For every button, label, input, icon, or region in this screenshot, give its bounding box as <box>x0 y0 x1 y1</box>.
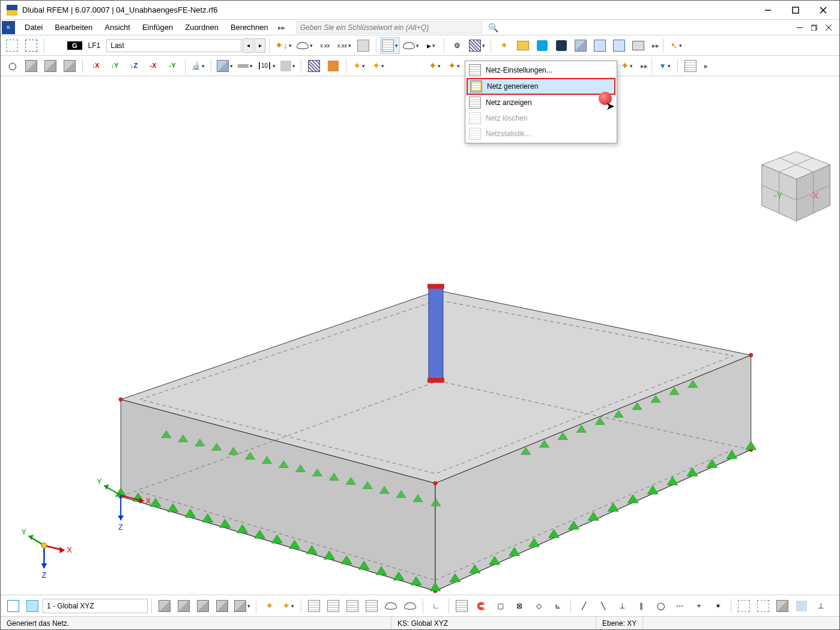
tb1-animation-button[interactable]: ▸ <box>422 37 440 54</box>
tb2-cube1[interactable] <box>22 58 40 74</box>
tb2-table[interactable] <box>681 58 699 74</box>
maximize-button[interactable] <box>782 1 809 19</box>
tb1-lc-prev[interactable] <box>48 37 66 54</box>
menu-insert[interactable]: Einfügen <box>136 22 179 33</box>
bb-guide3[interactable] <box>773 598 791 614</box>
loadcase-prev-button[interactable]: ◂ <box>243 38 253 53</box>
bb-line1[interactable]: ╱ <box>575 598 593 614</box>
menu-overflow-icon[interactable]: ▸▸ <box>278 23 285 32</box>
bb-star2[interactable]: ✦ <box>279 598 297 614</box>
tb2-surface-dd[interactable] <box>236 58 255 74</box>
bb-b1[interactable] <box>156 598 174 614</box>
tb2-axis-z[interactable]: ↓Z <box>125 58 143 74</box>
child-close-button[interactable] <box>821 21 836 34</box>
bb-line5[interactable]: ◯ <box>651 598 669 614</box>
bb-grid4[interactable] <box>363 598 381 614</box>
tb1-print-button[interactable] <box>629 37 647 54</box>
tb1-values-button[interactable]: x.xx <box>316 37 334 54</box>
bb-guide4[interactable] <box>793 598 811 614</box>
tb2-zoom-dd[interactable]: 🔬 <box>189 58 207 74</box>
tb2-axis-nx[interactable]: -X <box>144 58 162 74</box>
bb-eye1[interactable] <box>382 598 400 614</box>
tb1-mesh-dd-button[interactable] <box>380 37 400 54</box>
tb2-color-dd[interactable] <box>279 58 297 74</box>
tb2-render-dd[interactable] <box>215 58 235 74</box>
bb-b5[interactable] <box>232 598 252 614</box>
child-minimize-button[interactable] <box>793 21 807 34</box>
tb2-sel1[interactable]: ✦ <box>426 58 444 74</box>
bb-b3[interactable] <box>194 598 212 614</box>
bb-snap4[interactable]: ⊠ <box>510 598 528 614</box>
menu-assign[interactable]: Zuordnen <box>179 22 225 33</box>
child-restore-button[interactable] <box>807 21 821 34</box>
tb2-overflow-icon[interactable]: ▸▸ <box>641 62 648 70</box>
bb-angle[interactable]: ∟ <box>427 598 445 614</box>
bb-snap3[interactable]: ▢ <box>491 598 509 614</box>
tb1-save-button[interactable] <box>591 37 609 54</box>
tb1-cloud2-button[interactable] <box>552 37 570 54</box>
bb-guide1[interactable] <box>735 598 753 614</box>
tb2-select-lasso[interactable]: ◯ <box>3 58 21 74</box>
bb-view-grid[interactable] <box>23 598 41 614</box>
tb2-filter[interactable]: ▼ <box>656 58 674 74</box>
bb-view-btn[interactable] <box>4 598 22 614</box>
tb1-values-dd-button[interactable]: x.xx <box>335 37 353 54</box>
bb-b4[interactable] <box>213 598 231 614</box>
menu-calc[interactable]: Berechnen <box>225 22 274 33</box>
bb-line2[interactable]: ╲ <box>594 598 612 614</box>
tb2-sel2[interactable]: ✦ <box>445 58 463 74</box>
tb2-number-dd[interactable]: ┃10┃ <box>256 58 277 74</box>
bb-snap1[interactable] <box>453 598 471 614</box>
tb1-select-arrow-button[interactable]: ↖ <box>667 37 685 54</box>
menu-edit[interactable]: Bearbeiten <box>49 22 98 33</box>
tb1-btn-2[interactable] <box>22 37 40 54</box>
loadcase-combo[interactable] <box>106 39 241 52</box>
bb-line4[interactable]: ∥ <box>632 598 650 614</box>
bb-grid2[interactable] <box>324 598 342 614</box>
tb2-new-line[interactable]: ✦ <box>369 58 387 74</box>
close-button[interactable] <box>809 1 837 19</box>
tb1-btn-1[interactable] <box>3 37 21 54</box>
bb-grid1[interactable] <box>305 598 323 614</box>
search-icon[interactable]: 🔍 <box>488 23 498 32</box>
menu-file[interactable]: Datei <box>19 22 49 33</box>
tb1-cloud1-button[interactable] <box>533 37 551 54</box>
tb1-manager-button[interactable] <box>467 37 487 54</box>
bb-b2[interactable] <box>175 598 193 614</box>
tb1-show-loads-button[interactable]: ✦↓ <box>273 37 294 54</box>
loadcase-next-button[interactable]: ▸ <box>255 38 265 53</box>
bb-snap5[interactable]: ◇ <box>530 598 548 614</box>
menu-app-icon[interactable]: ≡ <box>2 21 15 34</box>
menu-view[interactable]: Ansicht <box>98 22 136 33</box>
tb1-show-results-button[interactable] <box>295 37 315 54</box>
tb2-axis-ny[interactable]: -Y <box>163 58 181 74</box>
bb-grid3[interactable] <box>343 598 361 614</box>
search-input[interactable] <box>296 21 482 34</box>
menu-mesh-settings[interactable]: Netz-Einstellungen... <box>467 62 615 78</box>
navigation-cube[interactable]: -Y -X <box>762 152 830 221</box>
menu-mesh-generate[interactable]: Netz generieren <box>467 78 615 95</box>
bb-line8[interactable]: ✶ <box>709 598 727 614</box>
bb-snap2[interactable]: 🧲 <box>472 598 490 614</box>
bb-eye2[interactable] <box>401 598 419 614</box>
tb2-cube2[interactable] <box>41 58 59 74</box>
tb2-cube3[interactable] <box>61 58 79 74</box>
tb1-gear-button[interactable]: ⚙ <box>448 37 466 54</box>
bb-guide2[interactable] <box>754 598 772 614</box>
model-viewport[interactable]: X Y Z X Y Z <box>1 79 839 593</box>
bb-snap6[interactable]: ⊾ <box>549 598 567 614</box>
tb1-overflow-icon[interactable]: ▸▸ <box>652 41 659 50</box>
bb-guide5[interactable]: ⊥ <box>812 598 830 614</box>
bb-star1[interactable]: ✦ <box>260 598 278 614</box>
tb1-sections-button[interactable] <box>354 37 372 54</box>
tb2-overflow2-icon[interactable]: ▸ <box>704 62 708 70</box>
tb1-saveas-button[interactable] <box>610 37 628 54</box>
tb2-wire2[interactable] <box>324 58 342 74</box>
bb-line6[interactable]: ⋯ <box>671 598 689 614</box>
tb2-new-node[interactable]: ✦ <box>350 58 368 74</box>
tb1-open-button[interactable] <box>514 37 532 54</box>
tb2-axis-y[interactable]: ↓Y <box>106 58 124 74</box>
bb-line7[interactable]: + <box>690 598 708 614</box>
bb-line3[interactable]: ⊥ <box>613 598 631 614</box>
tb2-sel11[interactable]: ✦ <box>618 58 636 74</box>
